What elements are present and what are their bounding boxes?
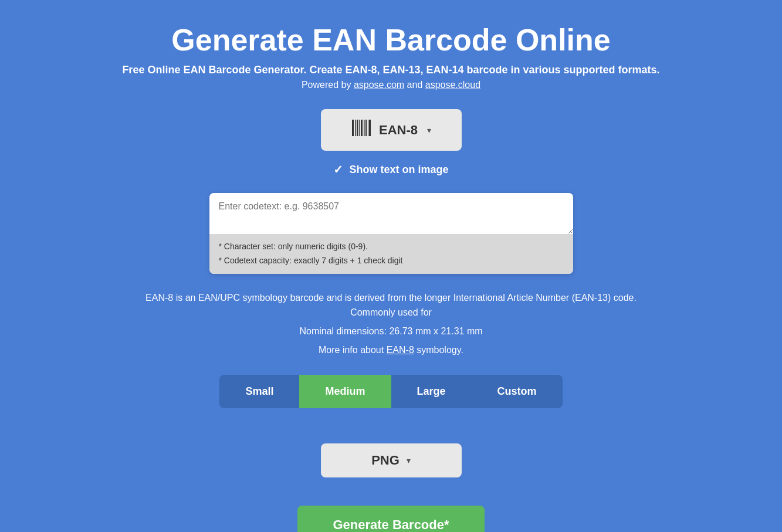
- svg-rect-8: [369, 120, 371, 136]
- codetext-container: * Character set: only numeric digits (0-…: [209, 193, 573, 274]
- barcode-icon: [351, 117, 372, 143]
- codetext-info-line1: * Character set: only numeric digits (0-…: [219, 240, 564, 254]
- codetext-info-line2: * Codetext capacity: exactly 7 digits + …: [219, 254, 564, 268]
- svg-rect-4: [361, 120, 363, 136]
- show-text-row[interactable]: ✓ Show text on image: [333, 162, 448, 177]
- show-text-checkmark: ✓: [333, 162, 343, 177]
- svg-rect-5: [364, 120, 365, 136]
- codetext-input[interactable]: [209, 193, 573, 234]
- page-subtitle: Free Online EAN Barcode Generator. Creat…: [122, 64, 659, 76]
- format-dropdown-arrow: ▾: [407, 456, 411, 465]
- size-custom-button[interactable]: Custom: [472, 375, 563, 408]
- page-title: Generate EAN Barcode Online: [171, 23, 610, 57]
- aspose-cloud-link[interactable]: aspose.cloud: [425, 80, 480, 90]
- barcode-type-dropdown[interactable]: EAN-8 ▾: [321, 109, 462, 151]
- svg-rect-6: [365, 120, 367, 136]
- format-label: PNG: [371, 453, 400, 468]
- description-line1: EAN-8 is an EAN/UPC symbology barcode an…: [127, 290, 655, 320]
- description-line2: Nominal dimensions: 26.73 mm x 21.31 mm: [299, 324, 482, 339]
- size-large-button[interactable]: Large: [391, 375, 472, 408]
- format-dropdown[interactable]: PNG ▾: [321, 443, 462, 477]
- svg-rect-1: [355, 120, 356, 136]
- barcode-svg-icon: [351, 117, 372, 138]
- show-text-label: Show text on image: [349, 164, 448, 176]
- svg-rect-2: [357, 120, 358, 136]
- barcode-type-dropdown-arrow: ▾: [427, 126, 431, 135]
- powered-by: Powered by aspose.com and aspose.cloud: [302, 80, 480, 90]
- barcode-type-label: EAN-8: [379, 123, 418, 138]
- size-medium-button[interactable]: Medium: [299, 375, 391, 408]
- description-line3: More info about EAN-8 symbology.: [319, 343, 463, 358]
- codetext-info: * Character set: only numeric digits (0-…: [209, 234, 573, 274]
- size-buttons-group: Small Medium Large Custom: [219, 375, 562, 408]
- aspose-com-link[interactable]: aspose.com: [354, 80, 404, 90]
- generate-barcode-button[interactable]: Generate Barcode*: [297, 506, 484, 532]
- size-small-button[interactable]: Small: [219, 375, 299, 408]
- svg-rect-0: [352, 120, 354, 136]
- svg-rect-7: [368, 120, 368, 136]
- svg-rect-3: [359, 120, 360, 136]
- ean8-info-link[interactable]: EAN-8: [387, 345, 414, 355]
